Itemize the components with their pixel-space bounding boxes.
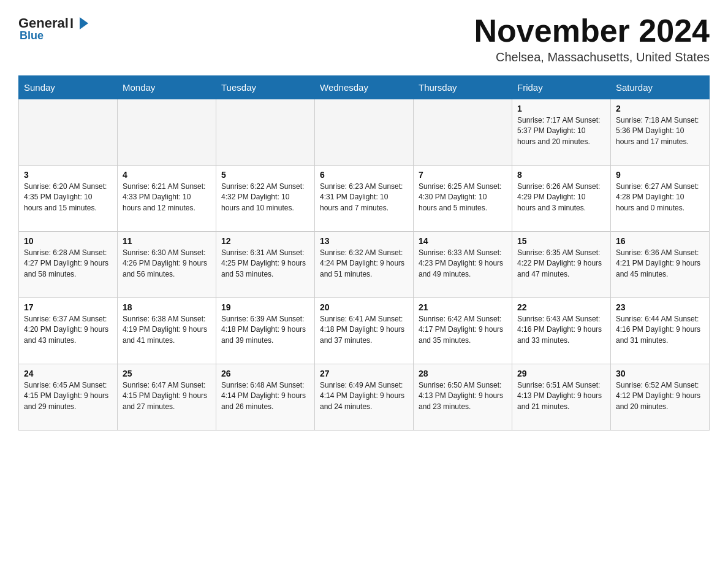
day-number: 10 bbox=[24, 236, 112, 246]
week-row-4: 17Sunrise: 6:37 AM Sunset: 4:20 PM Dayli… bbox=[19, 298, 710, 364]
day-number: 2 bbox=[616, 104, 704, 113]
calendar-cell: 7Sunrise: 6:25 AM Sunset: 4:30 PM Daylig… bbox=[414, 166, 512, 232]
day-info: Sunrise: 7:17 AM Sunset: 5:37 PM Dayligh… bbox=[517, 115, 605, 147]
day-number: 17 bbox=[24, 302, 112, 312]
day-info: Sunrise: 7:18 AM Sunset: 5:36 PM Dayligh… bbox=[616, 115, 704, 147]
header-tuesday: Tuesday bbox=[216, 76, 315, 99]
day-info: Sunrise: 6:51 AM Sunset: 4:13 PM Dayligh… bbox=[517, 380, 605, 412]
calendar-cell bbox=[414, 99, 512, 166]
calendar-cell: 10Sunrise: 6:28 AM Sunset: 4:27 PM Dayli… bbox=[19, 232, 118, 298]
day-number: 8 bbox=[517, 170, 605, 180]
logo-blue-text: Blue bbox=[20, 29, 44, 42]
calendar-cell: 22Sunrise: 6:43 AM Sunset: 4:16 PM Dayli… bbox=[512, 298, 611, 364]
day-info: Sunrise: 6:25 AM Sunset: 4:30 PM Dayligh… bbox=[419, 182, 507, 213]
day-info: Sunrise: 6:22 AM Sunset: 4:32 PM Dayligh… bbox=[221, 182, 309, 213]
calendar-cell: 25Sunrise: 6:47 AM Sunset: 4:15 PM Dayli… bbox=[118, 364, 216, 431]
day-number: 3 bbox=[24, 170, 112, 180]
title-block: November 2024 Chelsea, Massachusetts, Un… bbox=[474, 15, 710, 64]
calendar-cell: 5Sunrise: 6:22 AM Sunset: 4:32 PM Daylig… bbox=[216, 166, 315, 232]
calendar-cell: 18Sunrise: 6:38 AM Sunset: 4:19 PM Dayli… bbox=[118, 298, 216, 364]
day-info: Sunrise: 6:49 AM Sunset: 4:14 PM Dayligh… bbox=[320, 380, 408, 412]
calendar-cell: 17Sunrise: 6:37 AM Sunset: 4:20 PM Dayli… bbox=[19, 298, 118, 364]
calendar-cell bbox=[216, 99, 315, 166]
calendar-cell bbox=[315, 99, 414, 166]
day-number: 16 bbox=[616, 236, 704, 246]
calendar-cell: 2Sunrise: 7:18 AM Sunset: 5:36 PM Daylig… bbox=[611, 99, 710, 166]
calendar-cell: 19Sunrise: 6:39 AM Sunset: 4:18 PM Dayli… bbox=[216, 298, 315, 364]
day-info: Sunrise: 6:50 AM Sunset: 4:13 PM Dayligh… bbox=[419, 380, 507, 412]
day-info: Sunrise: 6:27 AM Sunset: 4:28 PM Dayligh… bbox=[616, 182, 704, 213]
day-number: 11 bbox=[123, 236, 211, 246]
calendar-cell: 27Sunrise: 6:49 AM Sunset: 4:14 PM Dayli… bbox=[315, 364, 414, 431]
day-info: Sunrise: 6:20 AM Sunset: 4:35 PM Dayligh… bbox=[24, 182, 112, 213]
day-info: Sunrise: 6:39 AM Sunset: 4:18 PM Dayligh… bbox=[221, 314, 309, 346]
calendar-cell: 1Sunrise: 7:17 AM Sunset: 5:37 PM Daylig… bbox=[512, 99, 611, 166]
day-info: Sunrise: 6:41 AM Sunset: 4:18 PM Dayligh… bbox=[320, 314, 408, 346]
day-number: 26 bbox=[221, 369, 309, 378]
calendar-cell: 20Sunrise: 6:41 AM Sunset: 4:18 PM Dayli… bbox=[315, 298, 414, 364]
day-number: 30 bbox=[616, 369, 704, 378]
calendar-cell: 23Sunrise: 6:44 AM Sunset: 4:16 PM Dayli… bbox=[611, 298, 710, 364]
day-number: 6 bbox=[320, 170, 408, 180]
day-info: Sunrise: 6:47 AM Sunset: 4:15 PM Dayligh… bbox=[123, 380, 211, 412]
calendar-cell: 26Sunrise: 6:48 AM Sunset: 4:14 PM Dayli… bbox=[216, 364, 315, 431]
day-number: 28 bbox=[419, 369, 507, 378]
day-info: Sunrise: 6:32 AM Sunset: 4:24 PM Dayligh… bbox=[320, 248, 408, 280]
day-info: Sunrise: 6:26 AM Sunset: 4:29 PM Dayligh… bbox=[517, 182, 605, 213]
day-info: Sunrise: 6:48 AM Sunset: 4:14 PM Dayligh… bbox=[221, 380, 309, 412]
calendar-cell: 9Sunrise: 6:27 AM Sunset: 4:28 PM Daylig… bbox=[611, 166, 710, 232]
calendar-cell: 21Sunrise: 6:42 AM Sunset: 4:17 PM Dayli… bbox=[414, 298, 512, 364]
day-number: 12 bbox=[221, 236, 309, 246]
header-monday: Monday bbox=[118, 76, 216, 99]
page-header: General l Blue November 2024 Chelsea, Ma… bbox=[18, 15, 710, 64]
calendar-cell: 28Sunrise: 6:50 AM Sunset: 4:13 PM Dayli… bbox=[414, 364, 512, 431]
day-number: 23 bbox=[616, 302, 704, 312]
month-year-title: November 2024 bbox=[474, 15, 710, 47]
header-wednesday: Wednesday bbox=[315, 76, 414, 99]
week-row-3: 10Sunrise: 6:28 AM Sunset: 4:27 PM Dayli… bbox=[19, 232, 710, 298]
week-row-5: 24Sunrise: 6:45 AM Sunset: 4:15 PM Dayli… bbox=[19, 364, 710, 431]
header-friday: Friday bbox=[512, 76, 611, 99]
day-info: Sunrise: 6:37 AM Sunset: 4:20 PM Dayligh… bbox=[24, 314, 112, 346]
day-number: 24 bbox=[24, 369, 112, 378]
day-info: Sunrise: 6:44 AM Sunset: 4:16 PM Dayligh… bbox=[616, 314, 704, 346]
day-info: Sunrise: 6:33 AM Sunset: 4:23 PM Dayligh… bbox=[419, 248, 507, 280]
svg-marker-1 bbox=[80, 17, 88, 29]
day-number: 20 bbox=[320, 302, 408, 312]
day-number: 5 bbox=[221, 170, 309, 180]
calendar-cell: 15Sunrise: 6:35 AM Sunset: 4:22 PM Dayli… bbox=[512, 232, 611, 298]
day-number: 22 bbox=[517, 302, 605, 312]
day-number: 19 bbox=[221, 302, 309, 312]
header-thursday: Thursday bbox=[414, 76, 512, 99]
day-info: Sunrise: 6:45 AM Sunset: 4:15 PM Dayligh… bbox=[24, 380, 112, 412]
day-info: Sunrise: 6:35 AM Sunset: 4:22 PM Dayligh… bbox=[517, 248, 605, 280]
day-number: 7 bbox=[419, 170, 507, 180]
day-number: 21 bbox=[419, 302, 507, 312]
calendar-cell bbox=[19, 99, 118, 166]
calendar-cell: 11Sunrise: 6:30 AM Sunset: 4:26 PM Dayli… bbox=[118, 232, 216, 298]
day-number: 13 bbox=[320, 236, 408, 246]
calendar-cell: 30Sunrise: 6:52 AM Sunset: 4:12 PM Dayli… bbox=[611, 364, 710, 431]
logo-general: General bbox=[18, 15, 69, 31]
day-info: Sunrise: 6:28 AM Sunset: 4:27 PM Dayligh… bbox=[24, 248, 112, 280]
calendar-cell: 8Sunrise: 6:26 AM Sunset: 4:29 PM Daylig… bbox=[512, 166, 611, 232]
day-info: Sunrise: 6:23 AM Sunset: 4:31 PM Dayligh… bbox=[320, 182, 408, 213]
calendar-cell bbox=[118, 99, 216, 166]
calendar-cell: 6Sunrise: 6:23 AM Sunset: 4:31 PM Daylig… bbox=[315, 166, 414, 232]
day-info: Sunrise: 6:36 AM Sunset: 4:21 PM Dayligh… bbox=[616, 248, 704, 280]
calendar-cell: 13Sunrise: 6:32 AM Sunset: 4:24 PM Dayli… bbox=[315, 232, 414, 298]
logo: General l Blue bbox=[18, 15, 93, 42]
day-info: Sunrise: 6:42 AM Sunset: 4:17 PM Dayligh… bbox=[419, 314, 507, 346]
calendar-cell: 29Sunrise: 6:51 AM Sunset: 4:13 PM Dayli… bbox=[512, 364, 611, 431]
logo-blue: l bbox=[69, 15, 93, 32]
day-number: 15 bbox=[517, 236, 605, 246]
day-number: 29 bbox=[517, 369, 605, 378]
day-number: 27 bbox=[320, 369, 408, 378]
calendar-header-row: SundayMondayTuesdayWednesdayThursdayFrid… bbox=[19, 76, 710, 99]
day-info: Sunrise: 6:31 AM Sunset: 4:25 PM Dayligh… bbox=[221, 248, 309, 280]
calendar-table: SundayMondayTuesdayWednesdayThursdayFrid… bbox=[18, 75, 710, 431]
calendar-cell: 12Sunrise: 6:31 AM Sunset: 4:25 PM Dayli… bbox=[216, 232, 315, 298]
calendar-cell: 4Sunrise: 6:21 AM Sunset: 4:33 PM Daylig… bbox=[118, 166, 216, 232]
day-number: 4 bbox=[123, 170, 211, 180]
calendar-cell: 14Sunrise: 6:33 AM Sunset: 4:23 PM Dayli… bbox=[414, 232, 512, 298]
